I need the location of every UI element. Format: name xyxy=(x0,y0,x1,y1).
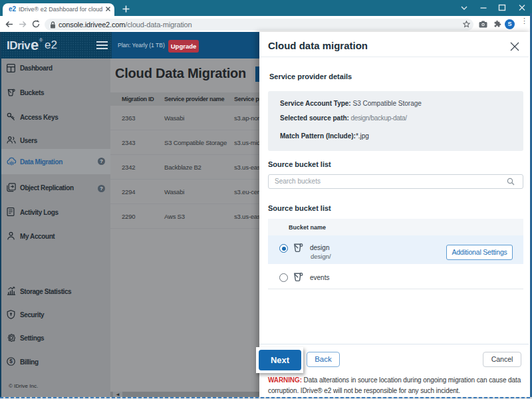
svg-text:$: $ xyxy=(9,358,13,364)
